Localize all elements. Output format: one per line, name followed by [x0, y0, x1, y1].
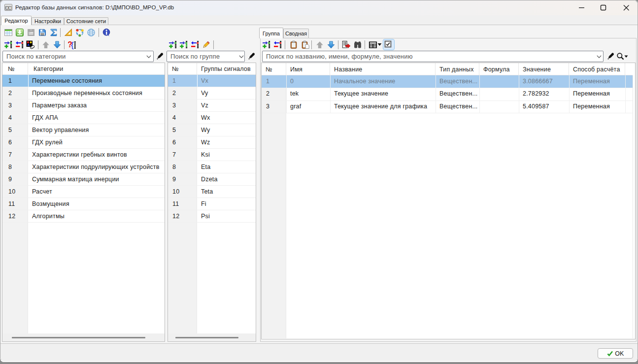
svg-text:A: A	[6, 6, 8, 9]
svg-text:B: B	[9, 6, 12, 9]
